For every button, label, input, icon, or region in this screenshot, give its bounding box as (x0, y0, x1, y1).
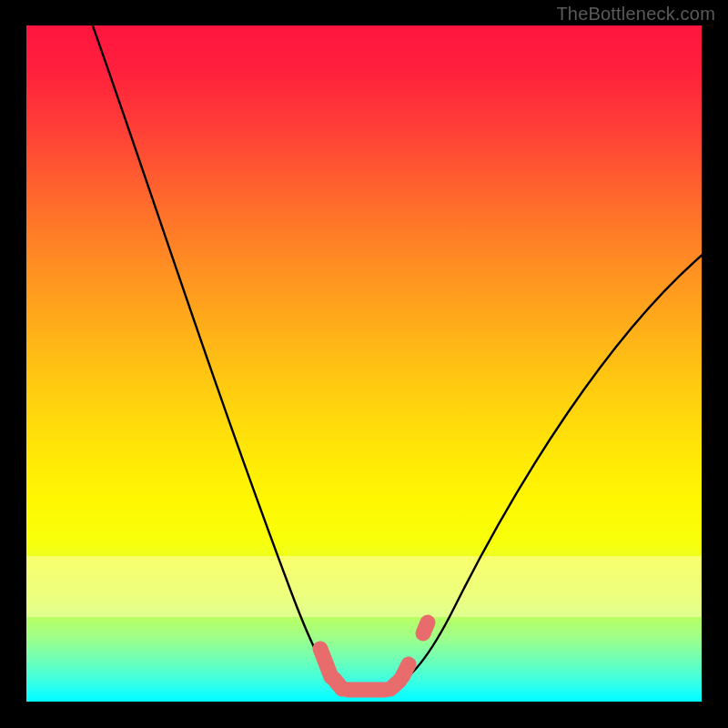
highlight-markers (320, 622, 428, 690)
svg-line-4 (402, 664, 409, 677)
watermark-text: TheBottleneck.com (556, 4, 715, 25)
bottleneck-curve (91, 25, 702, 688)
curve-layer (26, 25, 702, 702)
chart-frame: TheBottleneck.com (0, 0, 728, 728)
svg-line-5 (423, 622, 428, 633)
plot-area (26, 25, 702, 702)
